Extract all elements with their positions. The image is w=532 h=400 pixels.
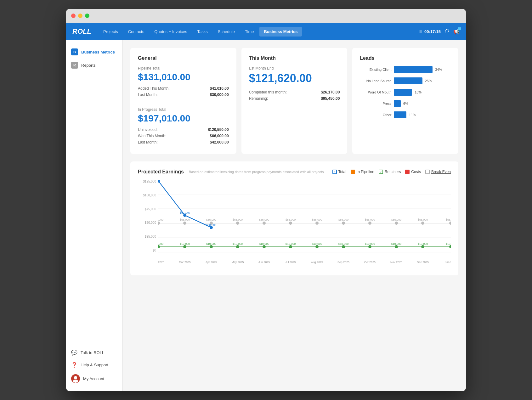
lead-bar-press <box>394 100 401 107</box>
svg-text:$10,000: $10,000 <box>259 242 269 245</box>
lead-label-other: Other <box>360 113 391 117</box>
minimize-button[interactable] <box>78 14 82 18</box>
nav-quotes-invoices[interactable]: Quotes + Invoices <box>150 27 191 37</box>
remaining-label: Remaining: <box>249 96 268 101</box>
svg-text:$55,000: $55,000 <box>446 218 451 221</box>
main-content: General Pipeline Total $131,010.00 Added… <box>123 40 466 391</box>
svg-text:$55,000: $55,000 <box>158 218 163 221</box>
svg-text:Jun 2025: Jun 2025 <box>258 261 270 264</box>
my-account-label: My Account <box>83 376 104 381</box>
lead-item-press: Press 6% <box>360 100 451 107</box>
nav-business-metrics[interactable]: Business Metrics <box>259 27 302 37</box>
lead-label-no-source: No Lead Source <box>360 79 391 83</box>
won-this-month-value: $66,000.00 <box>210 134 229 138</box>
added-this-month-value: $41,010.00 <box>210 86 229 91</box>
sidebar-talk-to-roll[interactable]: 💬 Talk to ROLL <box>66 346 122 359</box>
sidebar-item-business-metrics[interactable]: B Business Metrics <box>66 45 122 59</box>
svg-text:Apr 2025: Apr 2025 <box>206 261 217 264</box>
notifications-icon[interactable]: 📢 <box>453 29 460 35</box>
lead-item-no-source: No Lead Source 25% <box>360 77 451 84</box>
svg-text:Mar 2025: Mar 2025 <box>179 261 191 264</box>
this-month-card: This Month Est Month End $121,620.00 Com… <box>241 48 348 154</box>
svg-point-10 <box>183 222 186 225</box>
uninvoiced-label: Uninvoiced: <box>138 127 158 132</box>
svg-text:$10,000: $10,000 <box>233 242 243 245</box>
timer-icon[interactable]: ⏱ <box>444 29 450 34</box>
uninvoiced-value: $120,550.00 <box>208 127 229 132</box>
maximize-button[interactable] <box>85 14 89 18</box>
pause-icon[interactable]: ⏸ <box>418 29 422 34</box>
this-month-title: This Month <box>249 55 340 61</box>
sidebar-my-account[interactable]: My Account <box>66 371 122 386</box>
completed-label: Completed this month: <box>249 90 287 94</box>
won-this-month-label: Won This Month: <box>138 134 166 138</box>
svg-text:$55,000: $55,000 <box>233 218 243 221</box>
nav-contacts[interactable]: Contacts <box>124 27 149 37</box>
nav-projects[interactable]: Projects <box>99 27 122 37</box>
svg-text:$10,000: $10,000 <box>286 242 296 245</box>
general-title: General <box>138 55 229 61</box>
pipeline-value: $131,010.00 <box>138 72 229 82</box>
last-month2-value: $42,000.00 <box>210 140 229 144</box>
svg-text:Oct 2025: Oct 2025 <box>364 261 376 264</box>
svg-text:Aug 2025: Aug 2025 <box>311 261 323 264</box>
sidebar-business-metrics-label: Business Metrics <box>81 50 115 54</box>
est-label: Est Month End <box>249 66 340 70</box>
legend-total: ✓ Total <box>332 170 346 174</box>
added-this-month-label: Added This Month: <box>138 86 170 91</box>
y-label-100k: $100,000 <box>138 194 156 197</box>
svg-point-14 <box>289 222 292 225</box>
lead-item-word-of-mouth: Word Of Mouth 16% <box>360 89 451 96</box>
legend-break-even: ✓ Break Even <box>425 170 451 174</box>
svg-point-15 <box>315 222 319 225</box>
svg-text:Jan 2026: Jan 2026 <box>445 261 451 264</box>
navbar: ROLL Projects Contacts Quotes + Invoices… <box>66 23 466 40</box>
leads-bars: Existing Client 34% No Lead Source <box>360 66 451 118</box>
legend-break-even-check: ✓ <box>425 170 430 174</box>
svg-point-38 <box>263 245 266 248</box>
svg-text:$10,000: $10,000 <box>418 242 428 245</box>
nav-tasks[interactable]: Tasks <box>193 27 212 37</box>
lead-bar-no-source <box>394 77 422 84</box>
svg-text:$55,000: $55,000 <box>286 218 296 221</box>
y-label-75k: $75,000 <box>138 207 156 211</box>
svg-point-18 <box>395 222 398 225</box>
nav-schedule[interactable]: Schedule <box>213 27 239 37</box>
lead-bar-word-of-mouth <box>394 89 412 96</box>
svg-point-1 <box>73 380 78 383</box>
leads-title: Leads <box>360 55 451 61</box>
svg-text:$55,000: $55,000 <box>418 218 428 221</box>
svg-text:$10,000: $10,000 <box>180 242 190 245</box>
talk-to-roll-label: Talk to ROLL <box>81 350 104 355</box>
svg-text:$55,000: $55,000 <box>259 218 269 221</box>
avatar <box>71 374 80 383</box>
svg-text:$55,000: $55,000 <box>338 218 348 221</box>
y-label-0: $0 <box>138 249 156 252</box>
titlebar <box>66 9 466 23</box>
svg-text:Feb 2025: Feb 2025 <box>158 261 164 264</box>
in-progress-value: $197,010.00 <box>138 113 229 124</box>
lead-bar-wrap-no-source: 25% <box>394 77 451 84</box>
chat-icon: 💬 <box>71 350 77 356</box>
sidebar-item-reports[interactable]: R Reports <box>66 59 122 72</box>
lead-bar-other <box>394 111 406 118</box>
lead-item-other: Other 11% <box>360 111 451 118</box>
chart-svg: $55,000 $55,000 $55,000 $55,000 $55,000 … <box>158 180 451 268</box>
close-button[interactable] <box>71 14 76 18</box>
sidebar-help-support[interactable]: ❓ Help & Support <box>66 359 122 371</box>
svg-text:$55,000: $55,000 <box>206 218 216 221</box>
svg-point-13 <box>263 222 266 225</box>
chart-title: Projected Earnings <box>138 169 184 175</box>
help-icon: ❓ <box>71 362 77 368</box>
sidebar-reports-label: Reports <box>81 63 96 68</box>
svg-point-0 <box>74 376 77 379</box>
nav-time[interactable]: Time <box>241 27 258 37</box>
svg-point-12 <box>236 222 239 225</box>
lead-pct-existing: 34% <box>435 68 442 71</box>
leads-card: Leads Existing Client 34% <box>352 48 458 154</box>
svg-point-16 <box>342 222 345 225</box>
general-card: General Pipeline Total $131,010.00 Added… <box>130 48 236 154</box>
business-metrics-icon: B <box>71 48 78 55</box>
app-logo: ROLL <box>72 27 91 36</box>
timer-value: 00:17:15 <box>424 29 441 34</box>
